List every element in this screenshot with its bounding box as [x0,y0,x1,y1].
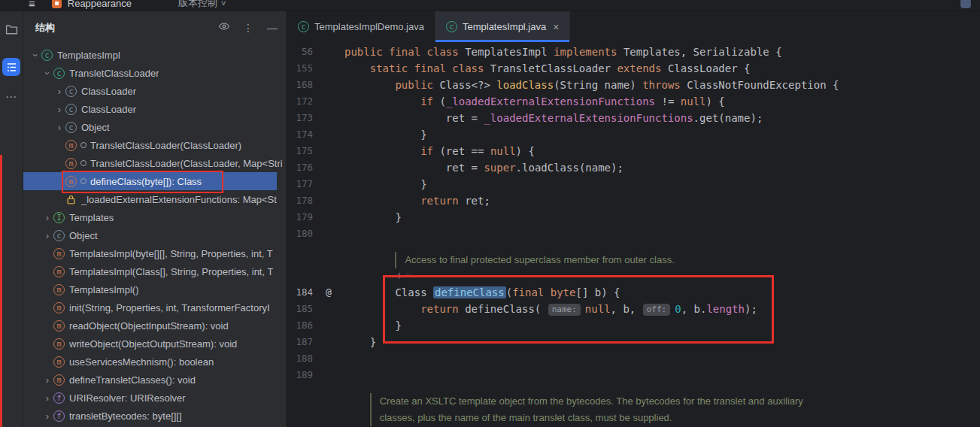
tree-item-uriresolver-uriresolver[interactable]: ›fURIResolver: URIResolver [23,389,287,407]
tree-item-transletclassloader-classloader-map-stri[interactable]: mTransletClassLoader(ClassLoader, Map<St… [23,154,287,172]
gutter-spacer [313,392,344,409]
tree-item-init-string-properties-int-transformerfact[interactable]: minit(String, Properties, int, Transform… [23,298,287,316]
tree-item-classloader[interactable]: ›cClassLoader [23,82,287,100]
highlighted-identifier: defineClass [433,286,506,298]
line-number[interactable]: 56 [287,44,313,60]
tree-item-classloader[interactable]: ›cClassLoader [23,100,287,118]
chevron-right-icon[interactable]: › [41,410,53,422]
tree-item-object[interactable]: ›cObject [23,118,287,136]
tree-item-transletbytecodes-byte[interactable]: ›ftransletBytecodes: byte[][] [23,407,287,425]
code-line[interactable]: 186} [287,317,980,334]
line-number[interactable]: 178 [287,192,313,209]
line-number[interactable]: 189 [287,367,313,383]
chevron-right-icon[interactable]: › [41,392,53,404]
code-line[interactable]: 172if (_loadedExternalExtensionFunctions… [287,93,980,110]
code-line[interactable]: 185return defineClass( name:null, b, off… [287,301,980,317]
line-number[interactable]: 177 [287,176,313,192]
tab-label: TemplatesImpl.java [463,21,546,32]
code-line[interactable]: 177} [287,176,980,192]
minimize-icon[interactable]: — [265,21,279,35]
code-line[interactable]: 176ret = super.loadClass(name); [287,159,980,176]
tree-item-useservicesmechnism-boolean[interactable]: museServicesMechnism(): boolean [23,353,287,371]
tree-item-loadedexternalextensionfunctions-map-st[interactable]: _loadedExternalExtensionFunctions: Map<S… [23,190,287,208]
topbar-corner-icon[interactable] [960,0,971,8]
code-token: super [484,162,515,174]
annotation-gutter-icon[interactable]: @ [313,284,344,301]
tree-item-label: TransletClassLoader(ClassLoader, Map<Str… [90,158,283,169]
code-line[interactable]: 189 [287,367,980,383]
project-name[interactable]: Reappearance [68,0,132,9]
code-line[interactable]: 179} [287,209,980,226]
tree-item-templatesimpl-byte-string-properties-int-t[interactable]: mTemplatesImpl(byte[][], String, Propert… [23,244,287,262]
hamburger-menu-icon[interactable]: ≡ [29,0,35,10]
line-number[interactable]: 155 [287,60,313,77]
code-line[interactable]: 188 [287,350,980,367]
tab-templatesimpldemo-java[interactable]: cTemplatesImplDemo.java [287,11,435,42]
code-line[interactable]: 184@Class defineClass(final byte[] b) { [287,284,980,301]
tree-item-defineclass-byte-class[interactable]: mdefineClass(byte[]): Class [23,172,287,190]
line-number[interactable]: 186 [287,317,313,334]
line-number[interactable]: 187 [287,334,313,350]
method-icon: m [65,140,77,151]
kebab-menu-icon[interactable]: ⋮ [241,21,255,35]
line-number[interactable]: 168 [287,77,313,93]
class-icon: c [53,230,65,241]
more-icon[interactable]: ⋯ [2,88,20,106]
intention-inlay-icon[interactable]: ˅ [395,268,411,284]
line-number[interactable]: 173 [287,110,313,126]
close-icon[interactable]: × [553,22,559,32]
code-line[interactable]: 175if (ret == null) { [287,143,980,159]
line-number[interactable]: 174 [287,126,313,143]
line-number[interactable]: 180 [287,226,313,242]
tree-item-transletclassloader[interactable]: ›cTransletClassLoader [23,64,287,82]
line-number[interactable]: 184 [287,284,313,301]
chevron-right-icon[interactable]: › [41,230,53,241]
chevron-right-icon[interactable]: › [41,212,53,223]
tree-item-templates[interactable]: ›ITemplates [23,208,287,226]
line-number[interactable]: 185 [287,301,313,317]
method-icon: m [53,266,65,277]
tree-item-transletclassloader-classloader[interactable]: mTransletClassLoader(ClassLoader) [23,136,287,154]
chevron-down-icon[interactable]: ˅ [221,0,226,8]
tree-item-readobject-objectinputstream-void[interactable]: mreadObject(ObjectInputStream): void [23,316,287,335]
line-number[interactable]: 179 [287,209,313,226]
code-line[interactable]: 174} [287,126,980,143]
tree-item-label: Object [81,122,110,133]
gutter-spacer [313,110,344,126]
code-line[interactable]: 187} [287,334,980,350]
vcs-widget[interactable]: 版本控制 [178,0,217,10]
code-token: ( [439,95,445,108]
chevron-right-icon[interactable]: › [53,104,65,115]
chevron-down-icon[interactable]: › [42,67,53,79]
tree-item-label: defineTransletClasses(): void [69,374,196,386]
code-line[interactable]: 180 [287,226,980,242]
tab-templatesimpl-java[interactable]: cTemplatesImpl.java× [435,11,570,42]
tree-item-object[interactable]: ›cObject [23,226,287,244]
eye-icon[interactable] [217,20,231,35]
code-line[interactable]: 178return ret; [287,192,980,209]
code-line[interactable]: 56public final class TemplatesImpl imple… [287,44,980,60]
chevron-down-icon[interactable]: › [30,49,41,61]
code-line[interactable]: 155static final class TransletClassLoade… [287,60,980,77]
chevron-right-icon[interactable]: › [53,122,65,133]
code-line[interactable]: 168public Class<?> loadClass(String name… [287,77,980,93]
chevron-right-icon[interactable]: › [41,374,53,386]
tree-item-templatesimpl-class-string-properties-int-[interactable]: mTemplatesImpl(Class[], String, Properti… [23,262,287,280]
tree-item-templatesimpl[interactable]: mTemplatesImpl() [23,280,287,298]
gutter-spacer [313,159,344,176]
code-line[interactable]: 173ret = _loadedExternalExtensionFunctio… [287,110,980,126]
tree-item-templatesimpl[interactable]: ›cTemplatesImpl [23,46,287,64]
more-glyph: ⋯ [5,90,17,104]
tree-item-definetransletclasses-void[interactable]: ›mdefineTransletClasses(): void [23,371,287,389]
structure-icon[interactable] [2,58,20,76]
line-number[interactable]: 176 [287,159,313,176]
project-icon[interactable] [52,0,62,8]
code-editor[interactable]: 56public final class TemplatesImpl imple… [287,42,980,427]
chevron-right-icon[interactable]: › [53,86,65,97]
method-icon: m [53,248,65,259]
line-number[interactable]: 175 [287,143,313,159]
tree-item-writeobject-objectoutputstream-void[interactable]: mwriteObject(ObjectOutputStream): void [23,335,287,353]
folder-icon[interactable] [2,20,20,38]
line-number[interactable]: 188 [287,350,313,367]
line-number[interactable]: 172 [287,93,313,110]
